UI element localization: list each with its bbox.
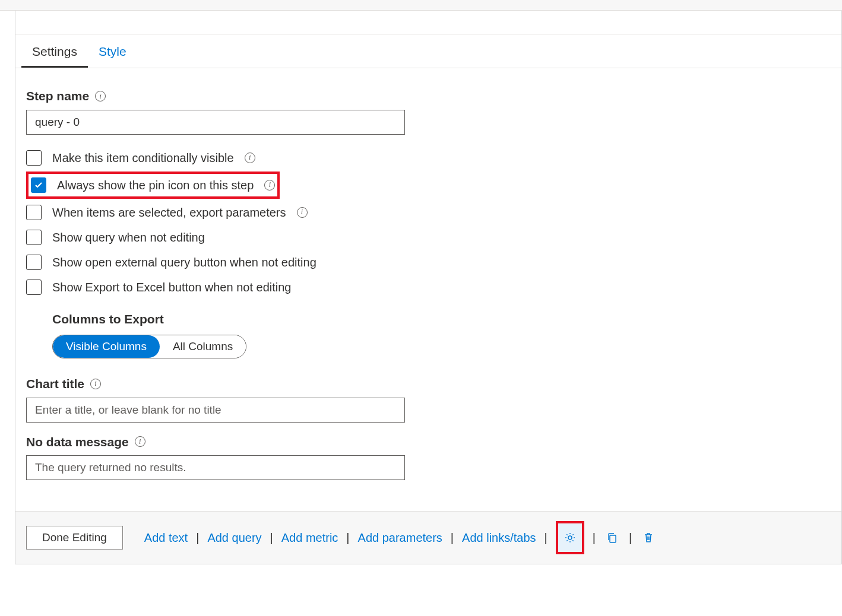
separator: | bbox=[194, 529, 201, 546]
tab-settings[interactable]: Settings bbox=[21, 34, 88, 68]
separator: | bbox=[542, 529, 550, 546]
checkbox-label: Make this item conditionally visible bbox=[52, 150, 234, 166]
no-data-label: No data message i bbox=[26, 433, 831, 450]
svg-rect-1 bbox=[610, 535, 616, 542]
chart-title-label-text: Chart title bbox=[26, 375, 84, 392]
checkbox-row-conditional: Make this item conditionally visible i bbox=[26, 145, 831, 170]
separator: | bbox=[626, 529, 634, 546]
checkbox-show-excel[interactable] bbox=[26, 280, 42, 295]
checkbox-row-show-external: Show open external query button when not… bbox=[26, 250, 831, 275]
info-icon[interactable]: i bbox=[95, 91, 106, 101]
svg-point-0 bbox=[568, 536, 572, 539]
checkbox-row-show-query: Show query when not editing bbox=[26, 225, 831, 250]
info-icon[interactable]: i bbox=[245, 153, 255, 163]
info-icon[interactable]: i bbox=[135, 436, 145, 447]
pin-row-highlight: Always show the pin icon on this step i bbox=[26, 172, 280, 199]
pill-visible-columns[interactable]: Visible Columns bbox=[53, 335, 160, 358]
no-data-input[interactable] bbox=[26, 455, 405, 480]
no-data-label-text: No data message bbox=[26, 433, 129, 450]
trash-icon[interactable] bbox=[640, 529, 657, 546]
tab-bar: Settings Style bbox=[15, 34, 841, 68]
separator: | bbox=[590, 529, 598, 546]
step-name-input[interactable] bbox=[26, 110, 405, 135]
checkbox-pin[interactable] bbox=[31, 177, 46, 193]
step-name-label-text: Step name bbox=[26, 87, 89, 104]
gear-icon[interactable] bbox=[562, 529, 578, 546]
checkbox-show-query[interactable] bbox=[26, 230, 42, 245]
panel-header-spacer bbox=[15, 11, 841, 34]
checkbox-show-external[interactable] bbox=[26, 255, 42, 270]
tab-style[interactable]: Style bbox=[88, 34, 137, 68]
checkbox-label: Show query when not editing bbox=[52, 229, 205, 246]
add-metric-link[interactable]: Add metric bbox=[281, 529, 338, 546]
checkbox-label: Show open external query button when not… bbox=[52, 254, 316, 271]
checkbox-label: When items are selected, export paramete… bbox=[52, 204, 286, 221]
footer-toolbar: Done Editing Add text | Add query | Add … bbox=[15, 511, 841, 564]
separator: | bbox=[448, 529, 456, 546]
checkbox-row-show-excel: Show Export to Excel button when not edi… bbox=[26, 275, 831, 300]
columns-export-section: Columns to Export Visible Columns All Co… bbox=[52, 310, 831, 358]
chart-title-input[interactable] bbox=[26, 398, 405, 423]
checkbox-export-params[interactable] bbox=[26, 205, 42, 220]
done-editing-button[interactable]: Done Editing bbox=[26, 526, 123, 550]
checkbox-label: Always show the pin icon on this step bbox=[57, 177, 254, 193]
add-parameters-link[interactable]: Add parameters bbox=[358, 529, 442, 546]
separator: | bbox=[344, 529, 352, 546]
checkbox-conditional[interactable] bbox=[26, 150, 42, 166]
info-icon[interactable]: i bbox=[297, 207, 308, 218]
info-icon[interactable]: i bbox=[264, 180, 275, 190]
checkbox-row-export-params: When items are selected, export paramete… bbox=[26, 200, 831, 225]
pill-all-columns[interactable]: All Columns bbox=[160, 335, 246, 358]
add-links-tabs-link[interactable]: Add links/tabs bbox=[462, 529, 536, 546]
checkbox-label: Show Export to Excel button when not edi… bbox=[52, 279, 291, 296]
outer-top-bar bbox=[0, 0, 842, 11]
checkbox-group: Make this item conditionally visible i A… bbox=[26, 145, 831, 358]
editor-panel: Settings Style Step name i Make this ite… bbox=[15, 11, 842, 564]
add-text-link[interactable]: Add text bbox=[144, 529, 188, 546]
settings-content: Step name i Make this item conditionally… bbox=[15, 68, 841, 492]
columns-export-toggle: Visible Columns All Columns bbox=[52, 335, 246, 358]
info-icon[interactable]: i bbox=[90, 379, 101, 389]
checkbox-row-pin: Always show the pin icon on this step i bbox=[31, 175, 275, 195]
chart-title-label: Chart title i bbox=[26, 375, 831, 392]
step-name-label: Step name i bbox=[26, 87, 831, 104]
copy-icon[interactable] bbox=[604, 529, 621, 546]
gear-button-highlight bbox=[556, 521, 584, 554]
columns-export-heading: Columns to Export bbox=[52, 310, 831, 328]
separator: | bbox=[268, 529, 276, 546]
add-query-link[interactable]: Add query bbox=[207, 529, 261, 546]
